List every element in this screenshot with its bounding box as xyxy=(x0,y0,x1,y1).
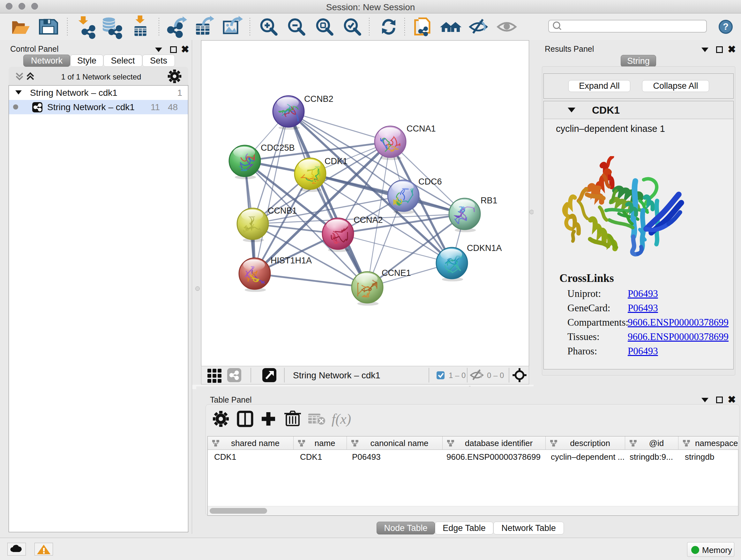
svg-text:HIST1H1A: HIST1H1A xyxy=(271,256,312,265)
svg-text:CCNE1: CCNE1 xyxy=(382,268,411,278)
svg-text:CDKN1A: CDKN1A xyxy=(467,243,502,253)
svg-text:1 of 1 Network selected: 1 of 1 Network selected xyxy=(61,72,141,81)
svg-text:CCNB1: CCNB1 xyxy=(268,206,297,215)
svg-text:CCNA2: CCNA2 xyxy=(354,215,383,225)
svg-text:CDC25B: CDC25B xyxy=(261,143,295,152)
svg-text:CDK1: CDK1 xyxy=(325,157,347,166)
svg-text:f(x): f(x) xyxy=(332,411,351,427)
svg-text:CCNA1: CCNA1 xyxy=(407,124,436,133)
svg-text:?: ? xyxy=(723,21,729,32)
svg-text:RB1: RB1 xyxy=(481,196,497,205)
svg-text:CDC6: CDC6 xyxy=(418,177,442,186)
svg-text:CCNB2: CCNB2 xyxy=(304,94,333,104)
